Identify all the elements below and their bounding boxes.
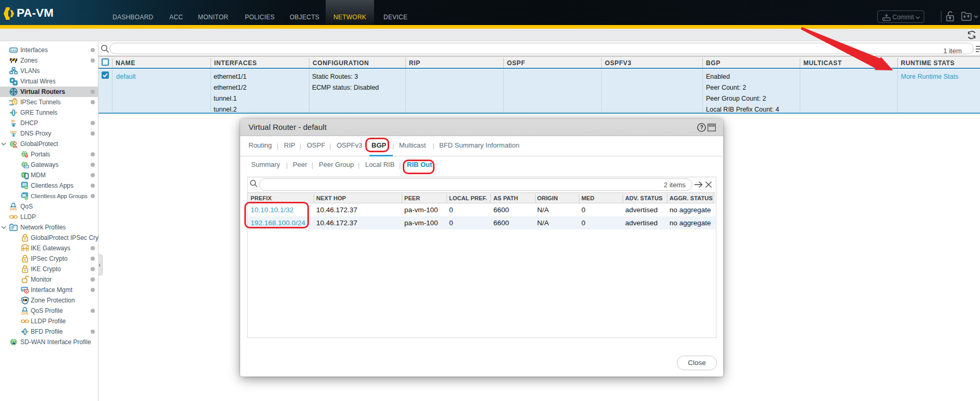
svg-text:QoS: QoS (21, 311, 29, 315)
svg-text:?: ? (700, 124, 703, 130)
svg-text:QoS: QoS (10, 207, 17, 211)
svg-text:DNS: DNS (10, 130, 17, 133)
svg-text:IP: IP (11, 119, 15, 123)
